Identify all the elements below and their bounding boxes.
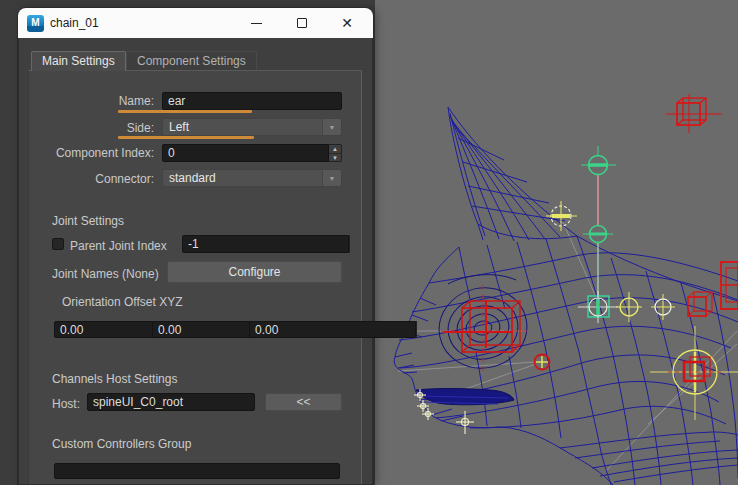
titlebar[interactable]: M chain_01 ✕ xyxy=(18,8,373,38)
name-input[interactable] xyxy=(162,92,342,110)
side-highlight-underline xyxy=(118,136,254,139)
name-highlight-underline xyxy=(118,110,252,113)
control-red-circle[interactable] xyxy=(535,355,550,370)
minimize-icon xyxy=(251,23,262,24)
close-icon: ✕ xyxy=(341,15,353,31)
maya-screen: M chain_01 ✕ Main Settings Component Set… xyxy=(0,0,738,485)
name-label: Name: xyxy=(29,94,154,108)
chevron-down-icon: ▼ xyxy=(322,119,341,135)
connector-dropdown[interactable]: standard ▼ xyxy=(162,169,342,187)
maximize-icon xyxy=(297,18,307,28)
component-index-spin-buttons[interactable]: ▲ ▼ xyxy=(329,144,342,162)
component-index-input[interactable] xyxy=(162,144,329,162)
channels-host-section-label: Channels Host Settings xyxy=(52,372,177,386)
offset-z-spin-buttons[interactable]: ▲ ▼ xyxy=(416,321,417,338)
host-input[interactable] xyxy=(87,393,255,411)
offset-z-input[interactable] xyxy=(249,321,416,338)
parent-joint-index-stepper[interactable]: ▲ ▼ xyxy=(182,235,342,253)
chevron-down-icon: ▼ xyxy=(322,170,341,186)
dialog-body: Main Settings Component Settings Name: S… xyxy=(18,38,373,485)
maya-app-icon: M xyxy=(27,15,44,32)
maya-viewport[interactable] xyxy=(375,0,738,485)
side-label: Side: xyxy=(29,121,154,135)
maximize-button[interactable] xyxy=(285,8,319,38)
offset-y-stepper[interactable]: ▲ ▼ xyxy=(152,321,230,338)
configure-button[interactable]: Configure xyxy=(167,261,342,283)
minimize-button[interactable] xyxy=(239,8,273,38)
component-index-label: Component Index: xyxy=(29,146,154,160)
connector-dropdown-value: standard xyxy=(163,171,322,185)
side-dropdown[interactable]: Left ▼ xyxy=(162,118,342,136)
joint-names-label: Joint Names (None) xyxy=(52,267,159,281)
parent-joint-index-spin-buttons[interactable]: ▲ ▼ xyxy=(349,235,350,253)
main-settings-panel: Name: Side: Left ▼ Component Index: ▲ ▼ xyxy=(28,70,362,484)
custom-controllers-input[interactable] xyxy=(54,463,340,479)
component-index-stepper[interactable]: ▲ ▼ xyxy=(162,144,342,162)
tab-main-settings[interactable]: Main Settings xyxy=(31,51,126,71)
parent-joint-index-input[interactable] xyxy=(182,235,349,253)
viewport-scene xyxy=(375,0,738,485)
custom-controllers-section-label: Custom Controllers Group xyxy=(52,437,191,451)
parent-joint-index-label: Parent Joint Index xyxy=(70,239,167,253)
side-dropdown-value: Left xyxy=(163,120,322,134)
tab-component-settings[interactable]: Component Settings xyxy=(126,51,257,71)
close-button[interactable]: ✕ xyxy=(330,8,364,38)
connector-label: Connector: xyxy=(29,172,154,186)
spin-up-icon[interactable]: ▲ xyxy=(329,145,341,154)
wireframe-mouth xyxy=(416,389,514,405)
window-title: chain_01 xyxy=(50,8,99,38)
joint-settings-section-label: Joint Settings xyxy=(52,214,124,228)
host-label: Host: xyxy=(52,397,80,411)
host-picker-button[interactable]: << xyxy=(265,393,342,411)
chain-dialog-window: M chain_01 ✕ Main Settings Component Set… xyxy=(18,8,373,485)
offset-x-stepper[interactable]: ▲ ▼ xyxy=(54,321,132,338)
orientation-offset-label: Orientation Offset XYZ xyxy=(62,295,183,309)
parent-joint-index-checkbox[interactable] xyxy=(52,238,64,250)
offset-z-stepper[interactable]: ▲ ▼ xyxy=(249,321,327,338)
spin-down-icon[interactable]: ▼ xyxy=(329,154,341,162)
